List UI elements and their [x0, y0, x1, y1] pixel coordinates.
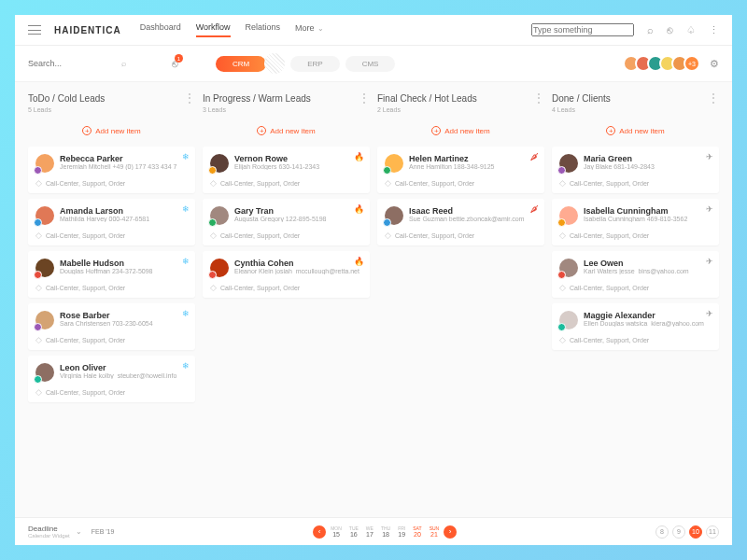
lead-card[interactable]: Cynthia CohenEleanor Klein josiah_mccull… [203, 251, 370, 298]
plus-icon: + [257, 126, 266, 135]
search-top-input[interactable] [531, 23, 634, 36]
column-count: 5 Leads [28, 106, 195, 113]
timeline-day[interactable]: TUE16 [346, 524, 361, 539]
add-item-button[interactable]: +Add new item [552, 120, 719, 141]
status-dot [557, 271, 566, 279]
chevron-down-icon: ⌄ [317, 24, 324, 33]
status-dot [34, 166, 42, 175]
column-title: Done / Clients [552, 93, 611, 104]
chevron-down-icon[interactable]: ⌄ [76, 527, 82, 536]
nav-more[interactable]: More⌄ [295, 22, 324, 37]
lead-card[interactable]: Helen MartinezAnne Hamilton 188-348-9125… [377, 147, 544, 193]
status-dot [208, 166, 217, 175]
tag-icon: ◇ [35, 178, 42, 188]
hamburger-icon[interactable] [28, 25, 41, 35]
card-tags: ◇Call-Center, Support, Order [35, 283, 188, 292]
tag-icon: ◇ [385, 231, 391, 240]
deadline-widget[interactable]: Deadline Calendar Widget [28, 525, 70, 539]
lead-card[interactable]: Maria GreenJay Blake 681-149-2843 ✈ ◇Cal… [552, 147, 719, 193]
cart-icon[interactable]: ⎋1 [172, 58, 178, 69]
search-input[interactable] [28, 59, 121, 68]
plus-icon: + [82, 126, 92, 135]
lead-card[interactable]: Rose BarberSara Christensen 703-230-6054… [28, 303, 195, 350]
nav-dashboard[interactable]: Dashboard [140, 22, 181, 37]
lead-card[interactable]: Maggie AlexanderEllen Douglas watsica_ki… [552, 303, 719, 350]
kanban-column: In Progress / Warm Leads⋮ 3 Leads +Add n… [203, 91, 370, 508]
page-button[interactable]: 10 [689, 525, 702, 539]
avatars-more[interactable]: +3 [684, 55, 700, 72]
lead-meta: Augusta Gregory 122-895-5198 [234, 216, 362, 222]
lead-card[interactable]: Rebecca ParkerJeremiah Mitchell +49 (0) … [28, 147, 195, 193]
lead-card[interactable]: Lee OwenKarl Waters jesse_bins@yahoo.com… [552, 251, 719, 298]
column-menu-icon[interactable]: ⋮ [708, 91, 719, 105]
tag-icon: ◇ [35, 335, 42, 344]
timeline-prev[interactable]: ‹ [313, 525, 326, 539]
avatar [35, 259, 54, 277]
lead-card[interactable]: Vernon RoweElijah Rodgers 630-141-2343 🔥… [203, 147, 370, 193]
page-button[interactable]: 8 [655, 525, 669, 539]
kanban-column: Done / Clients⋮ 4 Leads +Add new item Ma… [552, 91, 719, 508]
avatar [559, 206, 578, 225]
lead-card[interactable]: Isabella CunninghamIsabella Cunningham 4… [552, 199, 719, 245]
column-menu-icon[interactable]: ⋮ [184, 91, 195, 105]
avatar [35, 154, 54, 173]
lead-card[interactable]: Gary TranAugusta Gregory 122-895-5198 🔥 … [203, 199, 370, 245]
page-button[interactable]: 11 [706, 525, 719, 539]
lead-meta: Virginia Hale kolby_steuber@howell.info [60, 372, 188, 379]
lead-name: Leon Oliver [60, 363, 188, 372]
lead-meta: Jeremiah Mitchell +49 (0) 177 433 434 7 [60, 163, 188, 170]
add-item-button[interactable]: +Add new item [377, 120, 544, 141]
tag-icon: ◇ [35, 231, 42, 240]
add-item-button[interactable]: +Add new item [203, 120, 370, 141]
column-menu-icon[interactable]: ⋮ [533, 91, 544, 105]
lead-card[interactable]: Amanda LarsonMathilda Harvey 000-427-658… [28, 199, 195, 245]
search-box: ⌕ [28, 59, 159, 68]
card-tags: ◇Call-Center, Support, Order [35, 178, 188, 188]
user-add-icon[interactable]: ⎋ [667, 24, 673, 36]
lead-card[interactable]: Mabelle HudsonDouglas Hoffman 234-372-50… [28, 251, 195, 298]
page-button[interactable]: 9 [672, 525, 685, 539]
timeline-day[interactable]: SAT20 [410, 524, 424, 539]
timeline-day[interactable]: THU18 [378, 524, 393, 539]
column-menu-icon[interactable]: ⋮ [359, 91, 370, 105]
column-title: In Progress / Warm Leads [203, 93, 311, 104]
card-tags: ◇Call-Center, Support, Order [210, 231, 362, 240]
timeline-next[interactable]: › [444, 525, 457, 539]
status-dot [34, 375, 42, 384]
nav-workflow[interactable]: Workflow [196, 22, 231, 37]
lead-name: Gary Tran [234, 206, 362, 216]
lead-meta: Karl Waters jesse_bins@yahoo.com [584, 268, 712, 274]
topbar-icons: ⌕ ⎋ ♤ ⋮ [647, 24, 719, 36]
timeline-day[interactable]: FRI19 [395, 524, 408, 539]
avatar [559, 259, 578, 277]
lead-meta: Mathilda Harvey 000-427-6581 [60, 216, 188, 222]
avatar [35, 206, 54, 225]
timeline-day[interactable]: SUN21 [427, 524, 443, 539]
card-tags: ◇Call-Center, Support, Order [385, 178, 537, 188]
status-icon: ❄ [182, 361, 190, 371]
more-icon[interactable]: ⋮ [709, 24, 719, 36]
status-dot [34, 271, 42, 279]
tag-icon: ◇ [210, 283, 217, 292]
timeline-day[interactable]: WE17 [363, 524, 376, 539]
bell-icon[interactable]: ♤ [686, 24, 696, 36]
lead-card[interactable]: Isaac ReedSue Guzman bettie.zboncak@amir… [377, 199, 544, 245]
pill-crm[interactable]: CRM [216, 56, 266, 72]
status-icon: ❄ [182, 204, 190, 214]
card-tags: ◇Call-Center, Support, Order [35, 335, 188, 344]
status-dot [383, 166, 391, 175]
add-item-button[interactable]: +Add new item [28, 120, 195, 141]
nav-relations[interactable]: Relations [246, 22, 281, 37]
timeline-day[interactable]: MON15 [328, 524, 345, 539]
pill-erp[interactable]: ERP [290, 56, 339, 72]
search-icon[interactable]: ⌕ [647, 24, 654, 36]
card-tags: ◇Call-Center, Support, Order [210, 178, 362, 188]
gear-icon[interactable]: ⚙ [710, 58, 719, 70]
lead-name: Cynthia Cohen [234, 259, 362, 268]
search-icon[interactable]: ⌕ [121, 59, 126, 68]
status-icon: 🔥 [354, 152, 364, 161]
card-tags: ◇Call-Center, Support, Order [559, 231, 712, 240]
subbar: ⌕ ⎋1 CRM ERP CMS +3 ⚙ [15, 46, 732, 82]
lead-card[interactable]: Leon OliverVirginia Hale kolby_steuber@h… [28, 356, 195, 402]
pill-cms[interactable]: CMS [345, 56, 396, 72]
